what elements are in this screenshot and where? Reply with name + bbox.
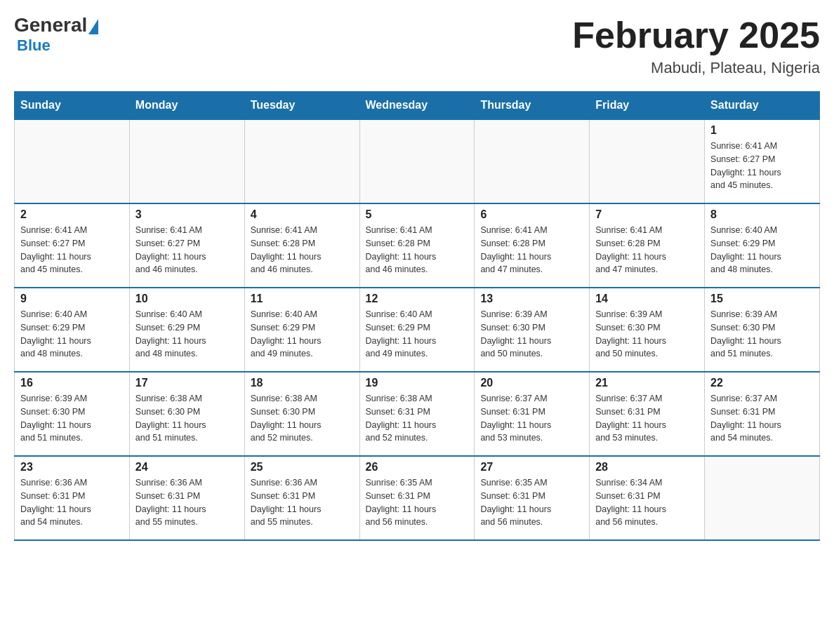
day-number: 13	[480, 293, 583, 305]
day-info: Sunrise: 6:40 AM Sunset: 6:29 PM Dayligh…	[710, 224, 814, 276]
calendar-cell: 13Sunrise: 6:39 AM Sunset: 6:30 PM Dayli…	[475, 288, 590, 372]
day-number: 18	[251, 377, 354, 389]
day-info: Sunrise: 6:39 AM Sunset: 6:30 PM Dayligh…	[595, 308, 699, 361]
day-number: 26	[366, 461, 469, 474]
day-info: Sunrise: 6:38 AM Sunset: 6:31 PM Dayligh…	[366, 392, 469, 445]
calendar-cell: 19Sunrise: 6:38 AM Sunset: 6:31 PM Dayli…	[359, 372, 475, 456]
day-number: 6	[480, 208, 583, 221]
day-info: Sunrise: 6:38 AM Sunset: 6:30 PM Dayligh…	[135, 392, 239, 445]
day-number: 1	[710, 124, 814, 137]
calendar-cell: 24Sunrise: 6:36 AM Sunset: 6:31 PM Dayli…	[129, 456, 244, 540]
calendar-cell: 21Sunrise: 6:37 AM Sunset: 6:31 PM Dayli…	[590, 372, 705, 456]
calendar-cell: 15Sunrise: 6:39 AM Sunset: 6:30 PM Dayli…	[705, 288, 820, 372]
calendar-cell	[359, 119, 475, 203]
weekday-header-wednesday: Wednesday	[359, 92, 475, 120]
day-number: 24	[135, 461, 239, 474]
logo-triangle-icon	[88, 19, 98, 34]
calendar-cell: 6Sunrise: 6:41 AM Sunset: 6:28 PM Daylig…	[475, 203, 590, 288]
day-number: 10	[135, 293, 239, 305]
day-number: 14	[595, 293, 699, 305]
calendar-cell: 4Sunrise: 6:41 AM Sunset: 6:28 PM Daylig…	[244, 203, 359, 288]
day-info: Sunrise: 6:37 AM Sunset: 6:31 PM Dayligh…	[710, 392, 814, 445]
logo-general-text: General	[14, 14, 87, 36]
day-info: Sunrise: 6:41 AM Sunset: 6:27 PM Dayligh…	[20, 224, 124, 276]
day-info: Sunrise: 6:34 AM Sunset: 6:31 PM Dayligh…	[595, 476, 699, 529]
weekday-header-thursday: Thursday	[475, 92, 590, 120]
day-number: 2	[20, 208, 124, 221]
calendar-cell	[15, 119, 130, 203]
day-info: Sunrise: 6:41 AM Sunset: 6:28 PM Dayligh…	[366, 224, 469, 276]
calendar-cell	[129, 119, 244, 203]
day-info: Sunrise: 6:37 AM Sunset: 6:31 PM Dayligh…	[480, 392, 583, 445]
day-info: Sunrise: 6:35 AM Sunset: 6:31 PM Dayligh…	[480, 476, 583, 529]
day-number: 4	[251, 208, 354, 221]
day-number: 27	[480, 461, 583, 474]
calendar-cell: 16Sunrise: 6:39 AM Sunset: 6:30 PM Dayli…	[15, 372, 130, 456]
day-info: Sunrise: 6:36 AM Sunset: 6:31 PM Dayligh…	[20, 476, 124, 529]
calendar-week-row-2: 2Sunrise: 6:41 AM Sunset: 6:27 PM Daylig…	[15, 203, 820, 288]
calendar-cell: 2Sunrise: 6:41 AM Sunset: 6:27 PM Daylig…	[15, 203, 130, 288]
day-info: Sunrise: 6:39 AM Sunset: 6:30 PM Dayligh…	[480, 308, 583, 361]
day-info: Sunrise: 6:35 AM Sunset: 6:31 PM Dayligh…	[366, 476, 469, 529]
day-number: 19	[366, 377, 469, 389]
calendar-cell: 22Sunrise: 6:37 AM Sunset: 6:31 PM Dayli…	[705, 372, 820, 456]
calendar-header-row: SundayMondayTuesdayWednesdayThursdayFrid…	[15, 92, 820, 120]
calendar-week-row-3: 9Sunrise: 6:40 AM Sunset: 6:29 PM Daylig…	[15, 288, 820, 372]
day-info: Sunrise: 6:39 AM Sunset: 6:30 PM Dayligh…	[710, 308, 814, 361]
day-info: Sunrise: 6:40 AM Sunset: 6:29 PM Dayligh…	[251, 308, 354, 361]
calendar-cell: 7Sunrise: 6:41 AM Sunset: 6:28 PM Daylig…	[590, 203, 705, 288]
day-number: 7	[595, 208, 699, 221]
day-info: Sunrise: 6:41 AM Sunset: 6:28 PM Dayligh…	[480, 224, 583, 276]
day-number: 25	[251, 461, 354, 474]
day-number: 16	[20, 377, 124, 389]
day-info: Sunrise: 6:39 AM Sunset: 6:30 PM Dayligh…	[20, 392, 124, 445]
day-number: 23	[20, 461, 124, 474]
title-section: February 2025 Mabudi, Plateau, Nigeria	[572, 14, 820, 77]
calendar-cell: 23Sunrise: 6:36 AM Sunset: 6:31 PM Dayli…	[15, 456, 130, 540]
day-number: 11	[251, 293, 354, 305]
calendar-cell: 3Sunrise: 6:41 AM Sunset: 6:27 PM Daylig…	[129, 203, 244, 288]
calendar-cell: 10Sunrise: 6:40 AM Sunset: 6:29 PM Dayli…	[129, 288, 244, 372]
calendar-cell	[244, 119, 359, 203]
day-info: Sunrise: 6:36 AM Sunset: 6:31 PM Dayligh…	[135, 476, 239, 529]
day-number: 9	[20, 293, 124, 305]
month-title: February 2025	[572, 14, 820, 56]
day-info: Sunrise: 6:38 AM Sunset: 6:30 PM Dayligh…	[251, 392, 354, 445]
calendar-cell: 26Sunrise: 6:35 AM Sunset: 6:31 PM Dayli…	[359, 456, 475, 540]
day-number: 17	[135, 377, 239, 389]
day-info: Sunrise: 6:41 AM Sunset: 6:27 PM Dayligh…	[710, 140, 814, 192]
weekday-header-monday: Monday	[129, 92, 244, 120]
calendar-cell: 1Sunrise: 6:41 AM Sunset: 6:27 PM Daylig…	[705, 119, 820, 203]
calendar-week-row-1: 1Sunrise: 6:41 AM Sunset: 6:27 PM Daylig…	[15, 119, 820, 203]
calendar-cell	[590, 119, 705, 203]
calendar-cell: 11Sunrise: 6:40 AM Sunset: 6:29 PM Dayli…	[244, 288, 359, 372]
weekday-header-tuesday: Tuesday	[244, 92, 359, 120]
day-number: 21	[595, 377, 699, 389]
day-info: Sunrise: 6:41 AM Sunset: 6:28 PM Dayligh…	[595, 224, 699, 276]
logo: General Blue	[14, 14, 98, 55]
calendar-cell: 12Sunrise: 6:40 AM Sunset: 6:29 PM Dayli…	[359, 288, 475, 372]
weekday-header-saturday: Saturday	[705, 92, 820, 120]
day-info: Sunrise: 6:37 AM Sunset: 6:31 PM Dayligh…	[595, 392, 699, 445]
calendar-cell	[705, 456, 820, 540]
day-number: 20	[480, 377, 583, 389]
day-info: Sunrise: 6:40 AM Sunset: 6:29 PM Dayligh…	[135, 308, 239, 361]
calendar-week-row-4: 16Sunrise: 6:39 AM Sunset: 6:30 PM Dayli…	[15, 372, 820, 456]
day-info: Sunrise: 6:41 AM Sunset: 6:28 PM Dayligh…	[251, 224, 354, 276]
day-number: 12	[366, 293, 469, 305]
logo-blue-text: Blue	[17, 36, 51, 55]
day-number: 8	[710, 208, 814, 221]
day-info: Sunrise: 6:40 AM Sunset: 6:29 PM Dayligh…	[366, 308, 469, 361]
calendar-table: SundayMondayTuesdayWednesdayThursdayFrid…	[14, 91, 820, 541]
day-info: Sunrise: 6:36 AM Sunset: 6:31 PM Dayligh…	[251, 476, 354, 529]
weekday-header-friday: Friday	[590, 92, 705, 120]
day-number: 15	[710, 293, 814, 305]
day-number: 28	[595, 461, 699, 474]
calendar-cell: 14Sunrise: 6:39 AM Sunset: 6:30 PM Dayli…	[590, 288, 705, 372]
calendar-cell: 18Sunrise: 6:38 AM Sunset: 6:30 PM Dayli…	[244, 372, 359, 456]
calendar-cell: 27Sunrise: 6:35 AM Sunset: 6:31 PM Dayli…	[475, 456, 590, 540]
day-info: Sunrise: 6:40 AM Sunset: 6:29 PM Dayligh…	[20, 308, 124, 361]
calendar-cell: 25Sunrise: 6:36 AM Sunset: 6:31 PM Dayli…	[244, 456, 359, 540]
day-number: 5	[366, 208, 469, 221]
day-number: 22	[710, 377, 814, 389]
